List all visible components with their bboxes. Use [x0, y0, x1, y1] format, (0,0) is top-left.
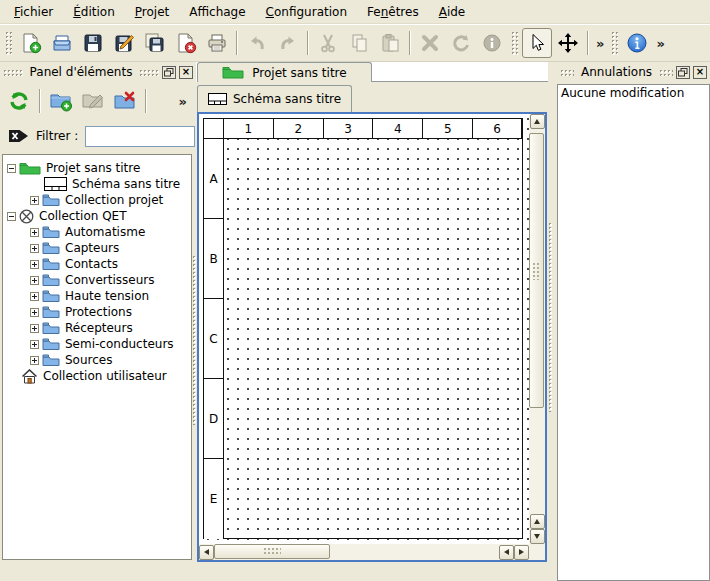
expand-icon[interactable] [30, 292, 39, 301]
dock-float-button[interactable] [162, 66, 176, 79]
open-file-button[interactable] [47, 28, 77, 58]
menu-aide[interactable]: Aide [429, 2, 476, 22]
cut-button[interactable] [313, 28, 343, 58]
tree-item-contacts[interactable]: Contacts [3, 256, 191, 272]
tree-item-projet-sans-titre[interactable]: Projet sans titre [3, 160, 191, 176]
expand-icon[interactable] [30, 244, 39, 253]
scroll-up-button[interactable] [530, 114, 545, 129]
diagram-row-header: E [204, 459, 224, 539]
select-tool-button[interactable] [522, 28, 552, 58]
save-button[interactable] [78, 28, 108, 58]
undo-panel-titlebar[interactable]: Annulations × [557, 62, 710, 82]
tree-item-collection-utilisateur[interactable]: Collection utilisateur [3, 368, 191, 384]
horizontal-scrollbar[interactable] [199, 544, 529, 560]
tab-schema-sans-titre[interactable]: Schéma sans titre [197, 85, 352, 112]
scroll-down-button[interactable] [530, 529, 545, 544]
menu-fichier[interactable]: Fichier [4, 2, 63, 22]
refresh-collections-button[interactable] [4, 86, 34, 116]
tree-item-capteurs[interactable]: Capteurs [3, 240, 191, 256]
menu-configuration[interactable]: Configuration [256, 2, 357, 22]
tree-item-protections[interactable]: Protections [3, 304, 191, 320]
save-as-button[interactable] [109, 28, 139, 58]
toolbar-handle[interactable] [5, 31, 12, 55]
tree-item-semi-conducteurs[interactable]: Semi-conducteurs [3, 336, 191, 352]
new-document-button[interactable] [16, 28, 46, 58]
panel-toolbar-overflow-button[interactable]: » [176, 94, 190, 109]
elements-panel-titlebar[interactable]: Panel d'éléments × [0, 62, 196, 82]
print-button[interactable] [202, 28, 232, 58]
dock-close-button[interactable]: × [179, 66, 193, 79]
paste-button[interactable] [375, 28, 405, 58]
dock-close-button[interactable]: × [693, 66, 707, 79]
new-document-icon [20, 32, 42, 54]
tree-item-sources[interactable]: Sources [3, 352, 191, 368]
refresh-icon [7, 89, 31, 113]
vertical-scrollbar-thumb[interactable] [529, 133, 544, 408]
tree-item-haute-tension[interactable]: Haute tension [3, 288, 191, 304]
scroll-left-button[interactable] [199, 545, 214, 560]
edit-folder-icon [81, 89, 105, 113]
menu-projet[interactable]: Projet [125, 2, 179, 22]
dock-float-button[interactable] [676, 66, 690, 79]
tree-item-automatisme[interactable]: Automatisme [3, 224, 191, 240]
tree-item-recepteurs[interactable]: Récepteurs [3, 320, 191, 336]
horizontal-scrollbar-track[interactable] [214, 544, 499, 560]
close-file-icon [175, 32, 197, 54]
vertical-scrollbar-track[interactable] [529, 129, 545, 514]
delete-category-button[interactable] [110, 86, 140, 116]
new-category-button[interactable] [46, 86, 76, 116]
clear-filter-icon[interactable] [8, 128, 29, 144]
toolbar-overflow-button[interactable]: » [593, 36, 607, 51]
menu-edition[interactable]: Édition [63, 2, 125, 22]
expand-icon[interactable] [30, 356, 39, 365]
info-gray-button[interactable] [477, 28, 507, 58]
expand-icon[interactable] [30, 324, 39, 333]
menu-affichage[interactable]: Affichage [179, 2, 255, 22]
expand-icon[interactable] [30, 308, 39, 317]
expand-icon[interactable] [30, 340, 39, 349]
toolbar-handle[interactable] [611, 31, 618, 55]
edit-category-button[interactable] [78, 86, 108, 116]
home-icon [21, 369, 38, 384]
right-splitter-handle[interactable] [548, 222, 552, 412]
tree-item-convertisseurs[interactable]: Convertisseurs [3, 272, 191, 288]
tree-item-collection-projet[interactable]: Collection projet [3, 192, 191, 208]
scroll-right-button[interactable] [514, 545, 529, 560]
diagram-row-header: A [204, 139, 224, 219]
undo-button[interactable] [242, 28, 272, 58]
tree-item-schema-sans-titre[interactable]: Schéma sans titre [3, 176, 191, 192]
diagram-canvas[interactable]: 1 2 3 4 5 6 A B C D E [199, 114, 529, 544]
tree-item-label: Semi-conducteurs [63, 337, 174, 351]
move-tool-button[interactable] [553, 28, 583, 58]
menu-fenetres[interactable]: Fenêtres [357, 2, 429, 22]
tree-item-label: Collection utilisateur [41, 369, 167, 383]
expand-icon[interactable] [30, 260, 39, 269]
horizontal-scrollbar-thumb[interactable] [214, 544, 330, 559]
tree-item-label: Collection projet [63, 193, 163, 207]
toolbar-overflow-button[interactable]: » [653, 36, 667, 51]
save-all-button[interactable] [140, 28, 170, 58]
toolbar-handle[interactable] [511, 31, 518, 55]
expand-icon[interactable] [30, 196, 39, 205]
close-file-button[interactable] [171, 28, 201, 58]
rotate-button[interactable] [446, 28, 476, 58]
info-blue-button[interactable] [622, 28, 652, 58]
scroll-left-button[interactable] [499, 545, 514, 560]
collapse-icon[interactable] [7, 164, 16, 173]
expand-icon[interactable] [30, 276, 39, 285]
scroll-up-button[interactable] [530, 514, 545, 529]
undo-list-item[interactable]: Aucune modification [558, 85, 709, 102]
redo-button[interactable] [273, 28, 303, 58]
tree-item-collection-qet[interactable]: Collection QET [3, 208, 191, 224]
filter-input[interactable] [85, 126, 195, 147]
delete-button[interactable] [415, 28, 445, 58]
close-icon: × [182, 67, 190, 77]
expand-icon[interactable] [30, 228, 39, 237]
qet-logo-icon [19, 209, 34, 224]
diagram-column-header: 5 [423, 119, 473, 139]
diagram-row-header: D [204, 379, 224, 459]
vertical-scrollbar[interactable] [529, 114, 545, 544]
copy-button[interactable] [344, 28, 374, 58]
tab-projet-sans-titre[interactable]: Projet sans titre [197, 62, 372, 82]
collapse-icon[interactable] [7, 212, 16, 221]
